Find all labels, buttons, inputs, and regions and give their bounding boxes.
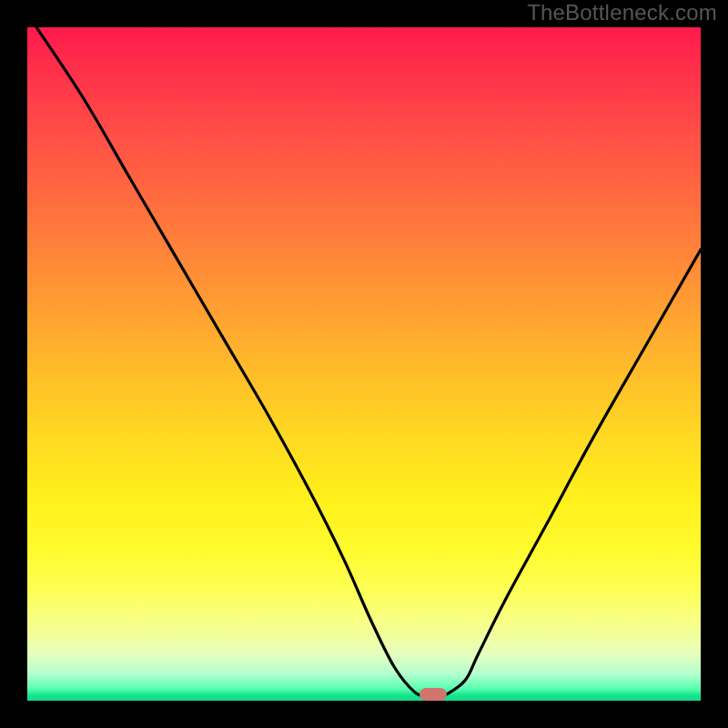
watermark-text: TheBottleneck.com <box>527 0 717 25</box>
optimal-marker <box>420 688 447 701</box>
bottleneck-curve <box>27 27 701 701</box>
chart-frame: TheBottleneck.com <box>0 0 728 728</box>
plot-area <box>27 27 701 701</box>
